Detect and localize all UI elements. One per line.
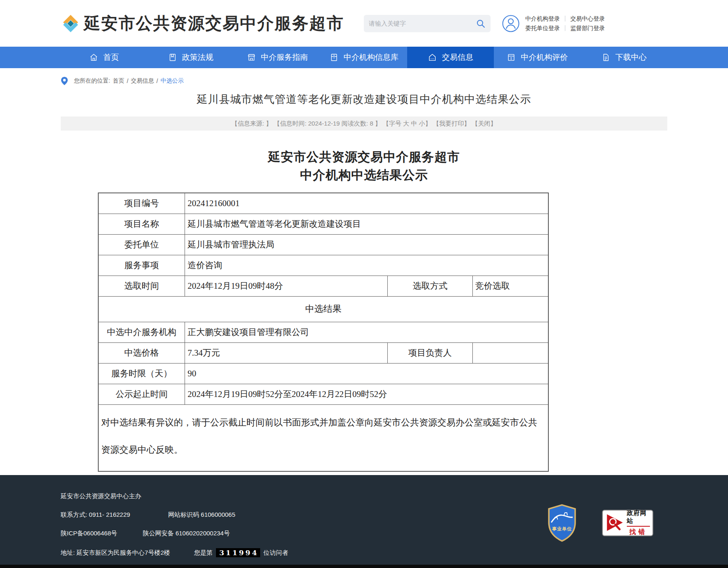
location-pin-icon	[61, 76, 68, 86]
search-input[interactable]	[369, 20, 476, 27]
meta-source: 【信息来源: 】	[232, 120, 272, 128]
notice-title-line2: 中介机构中选结果公示	[61, 166, 667, 184]
row-value: 2024年12月19日09时52分至2024年12月22日09时52分	[185, 384, 548, 404]
row-value: 延川县城市燃气管道等老化更新改造建设项目	[185, 214, 548, 234]
nav-item-download-center[interactable]: 下载中心	[581, 47, 667, 68]
row-value: 造价咨询	[185, 255, 548, 276]
objection-note: 对中选结果有异议的，请于公示截止时间前以书面形式并加盖公章向延安市公共资源交易办…	[98, 404, 548, 471]
row-label: 中选价格	[98, 342, 185, 363]
footer-organizer: 延安市公共资源交易中心主办	[61, 492, 667, 500]
row-label: 中选中介服务机构	[98, 322, 185, 342]
row-value: 90	[185, 363, 548, 384]
row-label: 项目编号	[98, 193, 185, 214]
breadcrumb: 您所在的位置: 首页 / 交易信息 / 中选公示	[61, 76, 667, 86]
row-value: 正大鹏安建设项目管理有限公司	[185, 322, 548, 342]
site-logo[interactable]: 延安市公共资源交易中介服务超市	[61, 12, 344, 35]
site-logo-icon	[61, 14, 81, 33]
table-row: 中选价格 7.34万元 项目负责人	[98, 342, 548, 363]
breadcrumb-separator: /	[157, 78, 158, 84]
breadcrumb-home[interactable]: 首页	[113, 77, 124, 85]
row-label: 服务事项	[98, 255, 185, 276]
notice-title-line1: 延安市公共资源交易中介服务超市	[61, 148, 667, 166]
article-meta-bar: 【信息来源: 】 【信息时间: 2024-12-19 阅读次数: 8 】 【字号…	[61, 116, 667, 131]
nav-item-label: 首页	[103, 52, 119, 63]
table-row: 中选中介服务机构 正大鹏安建设项目管理有限公司	[98, 322, 548, 342]
page-title: 延川县城市燃气管道等老化更新改造建设项目中介机构中选结果公示	[61, 92, 667, 107]
breadcrumb-current[interactable]: 中选公示	[161, 77, 184, 85]
row-label: 委托单位	[98, 234, 185, 255]
print-button[interactable]: 【我要打印】	[433, 120, 470, 128]
login-link-supervision[interactable]: 监督部门登录	[570, 24, 605, 33]
nav-item-service-guide[interactable]: 中介服务指南	[234, 47, 321, 68]
table-row: 项目名称 延川县城市燃气管道等老化更新改造建设项目	[98, 214, 548, 234]
institution-badge-label: 事业单位	[547, 526, 577, 532]
row-value: 延川县城市管理执法局	[185, 234, 548, 255]
search-box	[364, 15, 491, 32]
row-value: 竞价选取	[472, 276, 548, 296]
table-row: 委托单位 延川县城市管理执法局	[98, 234, 548, 255]
table-row: 项目编号 202412160001	[98, 193, 548, 214]
table-row: 服务时限（天） 90	[98, 363, 548, 384]
footer-site-code: 网站标识码 6106000065	[168, 511, 235, 519]
gov-site-label: 政府网站	[627, 509, 650, 527]
login-link-client-unit[interactable]: 委托单位登录	[525, 24, 560, 33]
table-row: 公示起止时间 2024年12月19日09时52分至2024年12月22日09时5…	[98, 384, 548, 404]
breadcrumb-separator: /	[127, 78, 128, 84]
font-size-control[interactable]: 【字号 大 中 小】	[383, 120, 432, 128]
nav-item-label: 政策法规	[182, 52, 213, 63]
main-content: 您所在的位置: 首页 / 交易信息 / 中选公示 延川县城市燃气管道等老化更新改…	[0, 68, 728, 475]
breadcrumb-trade-info[interactable]: 交易信息	[131, 77, 154, 85]
login-divider	[565, 16, 565, 21]
nav-item-policy[interactable]: 政策法规	[147, 47, 234, 68]
row-value: 7.34万元	[185, 342, 388, 363]
login-links: 中介机构登录 交易中心登录 委托单位登录 监督部门登录	[525, 14, 605, 33]
footer-police-record: 陕公网安备 61060202000234号	[143, 530, 230, 537]
login-divider	[565, 25, 565, 31]
footer-badges: 事业单位 政府网站 找错	[547, 504, 653, 542]
row-label: 项目名称	[98, 214, 185, 234]
nav-item-label: 中介服务指南	[261, 52, 308, 63]
table-note-row: 对中选结果有异议的，请于公示截止时间前以书面形式并加盖公章向延安市公共资源交易办…	[98, 404, 548, 471]
table-row: 服务事项 造价咨询	[98, 255, 548, 276]
row-label: 服务时限（天）	[98, 363, 185, 384]
download-doc-icon	[601, 53, 610, 62]
nav-item-label: 下载中心	[615, 52, 647, 63]
nav-item-label: 交易信息	[442, 52, 473, 63]
error-badge-icon	[605, 513, 624, 533]
nav-item-agency-library[interactable]: 中介机构信息库	[321, 47, 408, 68]
visitor-suffix: 位访问者	[263, 549, 288, 557]
login-link-agency[interactable]: 中介机构登录	[525, 14, 560, 24]
visitor-counter: 311994	[216, 548, 260, 557]
login-area: 中介机构登录 交易中心登录 委托单位登录 监督部门登录	[502, 14, 605, 33]
find-error-label: 找错	[629, 528, 647, 537]
row-value: 202412160001	[185, 193, 548, 214]
footer-address: 地址: 延安市新区为民服务中心7号楼2楼	[61, 549, 170, 557]
visitor-prefix: 您是第	[194, 549, 213, 557]
site-footer: 延安市公共资源交易中心主办 联系方式: 0911- 2162229 网站标识码 …	[0, 475, 728, 565]
site-title: 延安市公共资源交易中介服务超市	[84, 12, 344, 35]
nav-item-agency-evaluation[interactable]: 中介机构评价	[494, 47, 581, 68]
policy-book-icon	[168, 53, 177, 62]
nav-item-trade-info[interactable]: 交易信息	[407, 47, 494, 68]
footer-contact: 联系方式: 0911- 2162229	[61, 511, 130, 519]
row-value-empty	[472, 342, 548, 363]
login-link-trade-center[interactable]: 交易中心登录	[570, 14, 605, 24]
bottom-strip	[0, 565, 728, 568]
nav-item-label: 中介机构信息库	[344, 52, 398, 63]
gov-site-error-badge[interactable]: 政府网站 找错	[602, 510, 653, 536]
meta-time-readcount: 【信息时间: 2024-12-19 阅读次数: 8 】	[274, 120, 381, 128]
notice-title: 延安市公共资源交易中介服务超市 中介机构中选结果公示	[61, 148, 667, 184]
close-button[interactable]: 【关闭】	[472, 120, 496, 128]
institution-badge[interactable]: 事业单位	[547, 504, 577, 542]
page: 延安市公共资源交易中介服务超市	[0, 0, 728, 568]
service-store-icon	[247, 53, 256, 62]
table-section-row: 中选结果	[98, 296, 548, 322]
main-nav: 首页 政策法规 中介服务指南	[0, 47, 728, 68]
row-label: 项目负责人	[388, 342, 473, 363]
search-icon[interactable]	[476, 19, 486, 29]
row-label: 公示起止时间	[98, 384, 185, 404]
home-icon	[89, 53, 98, 62]
nav-item-home[interactable]: 首页	[61, 47, 147, 68]
trade-house-icon	[428, 53, 437, 62]
row-value: 2024年12月19日09时48分	[185, 276, 388, 296]
